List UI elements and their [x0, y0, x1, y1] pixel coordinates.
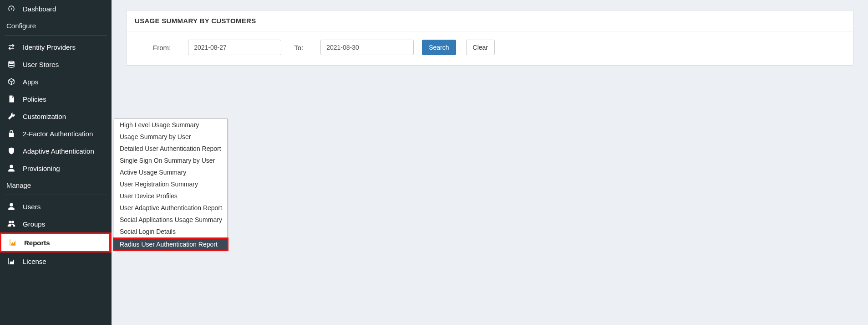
chart-icon — [8, 238, 18, 247]
sidebar-item-label: 2-Factor Authentication — [23, 130, 93, 138]
submenu-item-user-registration[interactable]: User Registration Summary — [114, 178, 227, 190]
lock-icon — [6, 129, 16, 138]
to-date-input[interactable] — [320, 40, 414, 55]
submenu-item-usage-by-user[interactable]: Usage Summary by User — [114, 131, 227, 143]
sidebar-item-label: Dashboard — [23, 5, 56, 13]
document-icon — [6, 95, 16, 103]
cube-icon — [6, 77, 16, 86]
sidebar-item-label: Users — [23, 203, 41, 211]
shield-icon — [6, 147, 16, 155]
submenu-item-social-apps[interactable]: Social Applications Usage Summary — [114, 214, 227, 226]
sidebar-item-users[interactable]: Users — [0, 198, 112, 215]
sidebar-item-label: Adaptive Authentication — [23, 147, 94, 155]
sidebar-item-label: Apps — [23, 78, 38, 86]
user-icon — [6, 202, 16, 211]
dashboard-icon — [6, 5, 16, 13]
submenu-item-detailed-auth[interactable]: Detailed User Authentication Report — [114, 143, 227, 155]
sidebar-item-label: Reports — [24, 239, 50, 247]
sidebar-item-2fa[interactable]: 2-Factor Authentication — [0, 125, 112, 142]
sidebar-section-manage: Manage — [0, 177, 112, 194]
sidebar-item-label: User Stores — [23, 61, 59, 68]
clear-button[interactable]: Clear — [466, 40, 495, 55]
sidebar-item-apps[interactable]: Apps — [0, 73, 112, 90]
reports-submenu: High Level Usage Summary Usage Summary b… — [114, 119, 228, 250]
wrench-icon — [6, 112, 16, 120]
submenu-item-radius-auth[interactable]: Radius User Authentication Report — [113, 237, 228, 251]
sidebar-item-label: License — [23, 258, 46, 265]
sidebar-item-provisioning[interactable]: Provisioning — [0, 160, 112, 177]
search-button[interactable]: Search — [422, 40, 456, 55]
from-label: From: — [153, 44, 171, 52]
submenu-item-social-login[interactable]: Social Login Details — [114, 226, 227, 237]
sidebar-item-reports[interactable]: Reports — [0, 232, 112, 253]
to-label: To: — [294, 44, 303, 52]
submenu-item-device-profiles[interactable]: User Device Profiles — [114, 190, 227, 202]
from-date-input[interactable] — [188, 40, 281, 55]
sidebar-item-license[interactable]: License — [0, 253, 112, 270]
panel-usage-summary: USAGE SUMMARY BY CUSTOMERS From: To: Sea… — [126, 10, 853, 66]
submenu-item-active-usage[interactable]: Active Usage Summary — [114, 166, 227, 178]
sidebar-item-adaptive-auth[interactable]: Adaptive Authentication — [0, 142, 112, 160]
sidebar-item-identity-providers[interactable]: Identity Providers — [0, 38, 112, 56]
sidebar-item-groups[interactable]: Groups — [0, 215, 112, 232]
chart-icon — [6, 257, 16, 265]
divider — [5, 195, 107, 195]
panel-body: From: To: Search Clear — [127, 31, 853, 65]
panel-title: USAGE SUMMARY BY CUSTOMERS — [127, 10, 853, 31]
users-icon — [6, 220, 16, 228]
sidebar-item-label: Identity Providers — [23, 43, 76, 51]
divider — [5, 35, 107, 36]
sidebar-item-label: Policies — [23, 95, 46, 103]
sidebar-item-policies[interactable]: Policies — [0, 90, 112, 108]
sidebar-section-configure: Configure — [0, 17, 112, 34]
sidebar-item-label: Provisioning — [23, 165, 60, 172]
submenu-item-sso-summary[interactable]: Single Sign On Summary by User — [114, 155, 227, 166]
submenu-item-high-level-usage[interactable]: High Level Usage Summary — [114, 119, 227, 131]
sidebar: Dashboard Configure Identity Providers U… — [0, 0, 112, 325]
sidebar-item-user-stores[interactable]: User Stores — [0, 56, 112, 73]
sidebar-item-customization[interactable]: Customization — [0, 108, 112, 125]
exchange-icon — [6, 43, 16, 51]
submenu-item-adaptive-auth-report[interactable]: User Adaptive Authentication Report — [114, 202, 227, 214]
sidebar-item-dashboard[interactable]: Dashboard — [0, 0, 112, 17]
sidebar-item-label: Customization — [23, 113, 66, 120]
user-icon — [6, 164, 16, 172]
sidebar-item-label: Groups — [23, 220, 45, 228]
database-icon — [6, 60, 16, 68]
